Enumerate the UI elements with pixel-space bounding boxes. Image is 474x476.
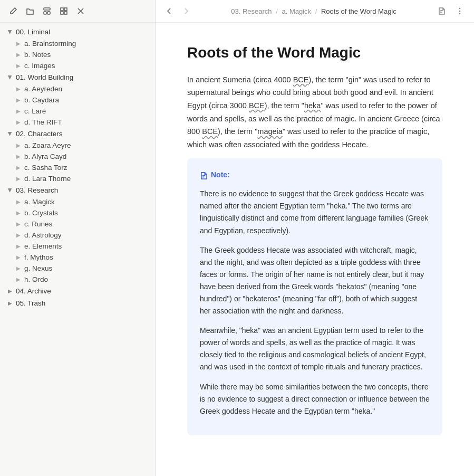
tree-item-lare[interactable]: ▶c. Laré	[11, 106, 153, 117]
note-header: Note:	[200, 169, 430, 182]
svg-rect-3	[61, 8, 63, 11]
tree-item-runes[interactable]: ▶c. Runes	[11, 218, 153, 230]
section-label: 05. Trash	[16, 299, 45, 307]
tree-item-label: c. Runes	[24, 220, 52, 228]
main-header: 03. Research / a. Magick / Roots of the …	[156, 0, 474, 23]
chevron-icon: ▶	[6, 288, 14, 295]
section-research: ▶03. Research▶a. Magick▶b. Crystals▶c. R…	[0, 184, 155, 285]
chevron-icon: ▶	[15, 232, 22, 239]
tree-item-label: a. Magick	[24, 198, 55, 206]
chevron-icon: ▶	[15, 221, 22, 228]
tree-item-label: c. Laré	[24, 107, 46, 115]
chevron-icon: ▶	[15, 265, 22, 272]
chevron-icon: ▶	[15, 254, 22, 261]
svg-rect-6	[64, 12, 67, 14]
note-icon	[200, 172, 208, 179]
chevron-icon: ▶	[15, 51, 22, 59]
tree-item-label: d. Astrology	[24, 231, 62, 239]
tree-item-ordo[interactable]: ▶h. Ordo	[11, 274, 153, 285]
tree-item-label: b. Crystals	[24, 209, 58, 217]
sidebar-tree: ▶00. Liminal▶a. Brainstorming▶b. Notes▶c…	[0, 23, 155, 476]
section-world-building: ▶01. World Building▶a. Aeyreden▶b. Cayda…	[0, 71, 155, 128]
section-label: 03. Research	[16, 186, 58, 194]
tree-item-caydara[interactable]: ▶b. Caydara	[11, 94, 153, 106]
breadcrumb-crumb2: a. Magick	[282, 7, 311, 15]
tree-item-nexus[interactable]: ▶g. Nexus	[11, 263, 153, 274]
tree-item-notes[interactable]: ▶b. Notes	[11, 49, 153, 60]
section-label: 00. Liminal	[16, 28, 50, 36]
tree-item-sasha-torz[interactable]: ▶c. Sasha Torz	[11, 162, 153, 173]
tree-item-zoara-aeyre[interactable]: ▶a. Zoara Aeyre	[11, 140, 153, 151]
section-header-liminal[interactable]: ▶00. Liminal	[2, 26, 153, 38]
note-body: There is no evidence to suggest that the…	[200, 188, 430, 417]
tree-item-alyra-cayd[interactable]: ▶b. Alyra Cayd	[11, 151, 153, 162]
section-characters: ▶02. Characters▶a. Zoara Aeyre▶b. Alyra …	[0, 128, 155, 184]
heka-term: heka	[304, 101, 321, 110]
document-title: Roots of the Word Magic	[187, 44, 442, 62]
tree-item-elements[interactable]: ▶e. Elements	[11, 241, 153, 252]
back-button[interactable]	[163, 5, 176, 17]
note-paragraph: The Greek goddess Hecate was associated …	[200, 244, 430, 318]
tree-item-label: e. Elements	[24, 242, 62, 250]
tree-item-crystals[interactable]: ▶b. Crystals	[11, 207, 153, 218]
chevron-icon: ▶	[15, 97, 22, 104]
close-icon[interactable]	[75, 5, 86, 17]
section-header-trash[interactable]: ▶05. Trash	[2, 297, 153, 309]
chevron-icon: ▶	[15, 108, 22, 115]
tree-item-astrology[interactable]: ▶d. Astrology	[11, 230, 153, 241]
toolbar	[0, 0, 155, 23]
chevron-icon: ▶	[15, 198, 22, 206]
layout-icon[interactable]	[41, 5, 53, 17]
section-liminal: ▶00. Liminal▶a. Brainstorming▶b. Notes▶c…	[0, 26, 155, 71]
tree-item-label: a. Aeyreden	[24, 85, 62, 93]
tree-item-label: b. Notes	[24, 51, 51, 59]
book-icon[interactable]	[435, 4, 449, 18]
note-label: Note:	[211, 169, 230, 182]
tree-item-label: b. Alyra Cayd	[24, 153, 66, 160]
grid-icon[interactable]	[58, 5, 70, 17]
tree-item-the-rift[interactable]: ▶d. The RIFT	[11, 117, 153, 128]
tree-item-brainstorming[interactable]: ▶a. Brainstorming	[11, 38, 153, 49]
tree-item-label: d. Lara Thorne	[24, 175, 71, 183]
tree-item-lara-thorne[interactable]: ▶d. Lara Thorne	[11, 173, 153, 184]
forward-button[interactable]	[180, 5, 192, 17]
section-label: 04. Archive	[16, 287, 51, 295]
chevron-icon: ▶	[15, 142, 22, 149]
svg-rect-0	[44, 8, 50, 10]
svg-rect-5	[61, 12, 63, 14]
tree-item-label: g. Nexus	[24, 264, 52, 272]
folder-icon[interactable]	[24, 5, 36, 17]
chevron-icon: ▶	[15, 243, 22, 250]
note-paragraph: While there may be some similarities bet…	[200, 381, 430, 417]
edit-icon[interactable]	[7, 5, 19, 17]
tree-item-mythos[interactable]: ▶f. Mythos	[11, 252, 153, 263]
section-trash: ▶05. Trash	[0, 297, 155, 309]
chevron-icon: ▶	[15, 62, 22, 70]
section-archive: ▶04. Archive	[0, 285, 155, 297]
mageia-term: mageia	[257, 127, 283, 136]
tree-item-label: b. Caydara	[24, 96, 59, 104]
svg-point-8	[459, 11, 461, 12]
more-options-icon[interactable]	[453, 4, 467, 18]
section-label: 02. Characters	[16, 130, 63, 138]
tree-children-liminal: ▶a. Brainstorming▶b. Notes▶c. Images	[0, 38, 155, 71]
tree-item-label: a. Zoara Aeyre	[24, 141, 71, 149]
tree-children-world-building: ▶a. Aeyreden▶b. Caydara▶c. Laré▶d. The R…	[0, 83, 155, 128]
chevron-icon: ▶	[6, 28, 14, 36]
bce-abbr-1: BCE	[293, 75, 309, 84]
tree-item-magick[interactable]: ▶a. Magick	[11, 196, 153, 207]
chevron-icon: ▶	[6, 300, 14, 307]
breadcrumb: 03. Research / a. Magick / Roots of the …	[197, 7, 431, 15]
section-header-world-building[interactable]: ▶01. World Building	[2, 71, 153, 83]
content-area: Roots of the Word Magic In ancient Sumer…	[156, 23, 474, 476]
tree-item-images[interactable]: ▶c. Images	[11, 60, 153, 71]
tree-children-characters: ▶a. Zoara Aeyre▶b. Alyra Cayd▶c. Sasha T…	[0, 140, 155, 184]
svg-point-7	[459, 8, 461, 9]
section-header-characters[interactable]: ▶02. Characters	[2, 128, 153, 140]
chevron-icon: ▶	[15, 175, 22, 183]
section-header-archive[interactable]: ▶04. Archive	[2, 285, 153, 297]
section-label: 01. World Building	[16, 73, 73, 81]
tree-item-aeyreden[interactable]: ▶a. Aeyreden	[11, 83, 153, 94]
tree-item-label: c. Images	[24, 62, 55, 70]
section-header-research[interactable]: ▶03. Research	[2, 184, 153, 196]
